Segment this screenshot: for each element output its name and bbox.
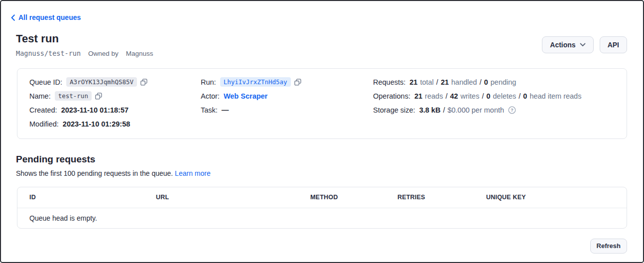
copy-queue-id-button[interactable] — [140, 79, 147, 86]
storage-label: Storage size: — [373, 106, 415, 114]
requests-row: Requests: 21 total / 21 handled / 0 pend… — [373, 75, 615, 89]
requests-total-value: 21 — [409, 78, 417, 86]
owned-by-label: Owned by — [88, 50, 119, 57]
queue-id-value: A3rOYK13JqmhQS85V — [66, 77, 137, 87]
operations-deletes-unit: deletes — [493, 92, 516, 100]
queue-info-card: Queue ID: A3rOYK13JqmhQS85V Name: test-r… — [17, 68, 627, 139]
actions-button-label: Actions — [550, 41, 575, 49]
operations-head-item-reads-value: 0 — [523, 92, 527, 100]
requests-pending-value: 0 — [484, 78, 488, 86]
copy-run-id-button[interactable] — [294, 79, 301, 86]
table-empty-row: Queue head is empty. — [17, 208, 627, 228]
chevron-left-icon — [11, 14, 15, 21]
task-label: Task: — [201, 106, 218, 114]
requests-handled-unit: handled — [451, 78, 477, 86]
operations-deletes-value: 0 — [486, 92, 490, 100]
column-header-retries: RETRIES — [397, 194, 486, 201]
queue-path: Magnuss/test-run — [16, 49, 81, 57]
learn-more-link[interactable]: Learn more — [175, 169, 211, 177]
operations-row: Operations: 21 reads / 42 writes / 0 del… — [373, 89, 615, 103]
refresh-button[interactable]: Refresh — [590, 239, 627, 254]
task-row: Task: — — [201, 103, 373, 117]
copy-name-button[interactable] — [95, 93, 102, 100]
requests-handled-value: 21 — [441, 78, 449, 86]
copy-icon — [140, 79, 147, 86]
info-column-identity: Queue ID: A3rOYK13JqmhQS85V Name: test-r… — [29, 75, 201, 131]
request-queue-page: All request queues Test run Magnuss/test… — [0, 0, 644, 263]
task-value: — — [222, 106, 229, 114]
copy-icon — [95, 93, 102, 100]
api-button[interactable]: API — [600, 36, 627, 53]
empty-message: Queue head is empty. — [29, 214, 97, 222]
separator: / — [434, 78, 441, 86]
queue-id-label: Queue ID: — [29, 78, 62, 86]
requests-label: Requests: — [373, 78, 405, 86]
actor-row: Actor: Web Scraper — [201, 89, 373, 103]
modified-value: 2023-11-10 01:29:58 — [63, 120, 130, 128]
info-column-stats: Requests: 21 total / 21 handled / 0 pend… — [373, 75, 615, 131]
column-header-method: METHOD — [310, 194, 397, 201]
actor-label: Actor: — [201, 92, 220, 100]
storage-row: Storage size: 3.8 kB / $0.000 per month … — [373, 103, 615, 117]
modified-row: Modified: 2023-11-10 01:29:58 — [29, 117, 201, 131]
created-row: Created: 2023-11-10 01:18:57 — [29, 103, 201, 117]
separator: / — [516, 92, 523, 100]
operations-writes-unit: writes — [461, 92, 480, 100]
owner-name: Magnuss — [126, 50, 153, 57]
header-actions: Actions API — [542, 36, 627, 53]
name-label: Name: — [29, 92, 51, 100]
column-header-url: URL — [156, 194, 310, 201]
actions-button[interactable]: Actions — [542, 36, 593, 53]
separator: / — [477, 78, 484, 86]
separator: / — [440, 106, 447, 114]
header-titles: Test run Magnuss/test-run Owned by Magnu… — [16, 32, 153, 57]
separator: / — [479, 92, 486, 100]
queue-id-row: Queue ID: A3rOYK13JqmhQS85V — [29, 75, 201, 89]
requests-total-unit: total — [420, 78, 433, 86]
pending-requests-title: Pending requests — [16, 154, 627, 165]
run-label: Run: — [201, 78, 216, 86]
created-value: 2023-11-10 01:18:57 — [61, 106, 129, 114]
page-title: Test run — [16, 32, 153, 45]
operations-label: Operations: — [373, 92, 410, 100]
actor-link[interactable]: Web Scraper — [224, 92, 267, 100]
breadcrumb-all-request-queues[interactable]: All request queues — [11, 13, 81, 21]
operations-reads-unit: reads — [425, 92, 443, 100]
table-header-row: ID URL METHOD RETRIES UNIQUE KEY — [17, 187, 627, 208]
api-button-label: API — [608, 41, 619, 49]
pending-requests-description-text: Shows the first 100 pending requests in … — [16, 169, 173, 177]
modified-label: Modified: — [29, 120, 59, 128]
run-row: Run: LhyiIvJrxZTnHd5ay — [201, 75, 373, 89]
name-row: Name: test-run — [29, 89, 201, 103]
question-circle-icon: ? — [508, 106, 516, 114]
refresh-button-label: Refresh — [597, 242, 621, 250]
chevron-down-icon — [580, 43, 586, 47]
storage-help-button[interactable]: ? — [508, 106, 516, 114]
page-subtitle: Magnuss/test-run Owned by Magnuss — [16, 49, 153, 57]
storage-size-value: 3.8 kB — [419, 106, 441, 114]
column-header-id: ID — [29, 194, 156, 201]
separator: / — [443, 92, 450, 100]
breadcrumb-label: All request queues — [18, 13, 81, 21]
pending-requests-description: Shows the first 100 pending requests in … — [16, 169, 627, 177]
run-id-link[interactable]: LhyiIvJrxZTnHd5ay — [220, 77, 291, 87]
info-column-origin: Run: LhyiIvJrxZTnHd5ay Actor: Web Scrape… — [201, 75, 373, 131]
requests-pending-unit: pending — [491, 78, 516, 86]
created-label: Created: — [29, 106, 57, 114]
operations-head-item-reads-unit: head item reads — [529, 92, 581, 100]
operations-writes-value: 42 — [450, 92, 458, 100]
name-value: test-run — [55, 91, 92, 101]
column-header-unique-key: UNIQUE KEY — [486, 194, 615, 201]
svg-text:?: ? — [511, 108, 514, 113]
operations-reads-value: 21 — [414, 92, 422, 100]
page-header: Test run Magnuss/test-run Owned by Magnu… — [16, 32, 627, 57]
table-footer: Refresh — [17, 239, 627, 254]
copy-icon — [294, 79, 301, 86]
storage-cost-value: $0.000 per month — [447, 106, 504, 114]
pending-requests-table: ID URL METHOD RETRIES UNIQUE KEY Queue h… — [17, 187, 627, 229]
